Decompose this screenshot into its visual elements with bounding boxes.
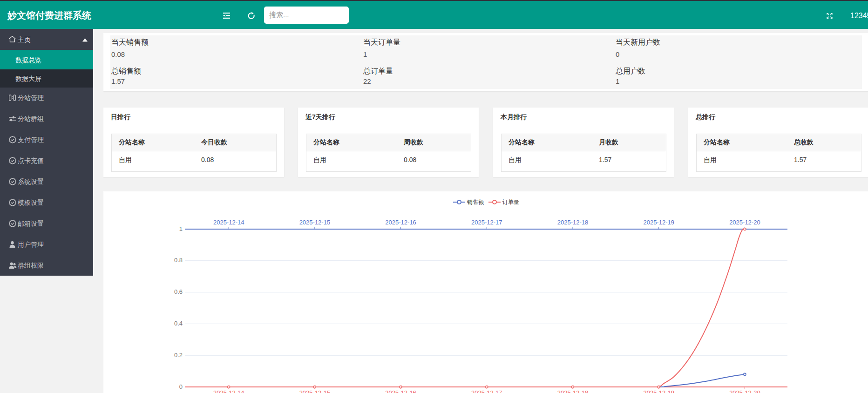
svg-text:2025-12-20: 2025-12-20: [729, 389, 760, 393]
svg-text:2025-12-19: 2025-12-19: [643, 219, 674, 226]
svg-text:2025-12-15: 2025-12-15: [299, 219, 331, 226]
svg-text:0.6: 0.6: [174, 288, 183, 295]
svg-text:2025-12-16: 2025-12-16: [385, 219, 416, 226]
svg-text:2025-12-17: 2025-12-17: [471, 389, 502, 393]
svg-text:2025-12-17: 2025-12-17: [471, 219, 502, 226]
svg-text:0.4: 0.4: [174, 320, 183, 327]
svg-text:2025-12-18: 2025-12-18: [557, 219, 589, 226]
svg-text:2025-12-15: 2025-12-15: [299, 389, 331, 393]
svg-text:2025-12-18: 2025-12-18: [557, 389, 589, 393]
svg-text:2025-12-14: 2025-12-14: [213, 219, 244, 226]
svg-text:1: 1: [179, 225, 183, 232]
svg-text:2025-12-14: 2025-12-14: [213, 389, 244, 393]
svg-text:2025-12-20: 2025-12-20: [729, 219, 760, 226]
svg-text:0.2: 0.2: [174, 352, 183, 359]
svg-text:0: 0: [179, 383, 183, 390]
svg-text:2025-12-16: 2025-12-16: [385, 389, 416, 393]
svg-text:0.8: 0.8: [174, 257, 183, 264]
svg-text:订单量: 订单量: [502, 199, 519, 205]
svg-text:2025-12-19: 2025-12-19: [643, 389, 674, 393]
svg-text:销售额: 销售额: [467, 199, 484, 205]
